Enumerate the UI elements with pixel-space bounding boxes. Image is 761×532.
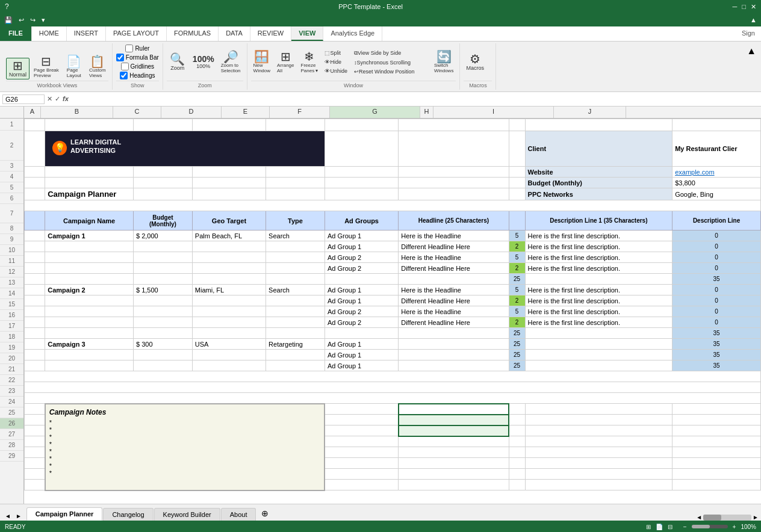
row-17[interactable]: 17: [0, 321, 23, 332]
client-value[interactable]: My Restaurant Clier: [672, 131, 761, 167]
confirm-icon[interactable]: ✓: [55, 95, 60, 103]
h-scroll-thumb[interactable]: [703, 515, 721, 521]
zoom-selection-btn[interactable]: 🔎 Zoom toSelection: [219, 49, 243, 75]
row-16[interactable]: 16: [0, 310, 23, 321]
c1r4-dcount[interactable]: 0: [672, 263, 761, 274]
tab-scroll-left[interactable]: ◄: [2, 512, 13, 521]
zoom-100-btn[interactable]: 100% 100%: [190, 54, 217, 70]
tab-view[interactable]: VIEW: [291, 26, 323, 41]
cell-g5[interactable]: [399, 188, 509, 200]
zoom-minus[interactable]: −: [683, 524, 687, 530]
cell-b4[interactable]: [45, 178, 134, 188]
budget-value[interactable]: $3,800: [672, 178, 761, 188]
headings-checkbox[interactable]: Headings: [120, 72, 155, 79]
cell-b1[interactable]: [45, 119, 134, 131]
cell-a2[interactable]: [25, 131, 45, 167]
unhide-btn[interactable]: 👁 Unhide: [322, 67, 350, 75]
cell-c5[interactable]: [133, 188, 192, 200]
row-10[interactable]: 10: [0, 245, 23, 256]
c2r1-desc[interactable]: Here is the first line description.: [525, 285, 672, 295]
cell-e3[interactable]: [266, 167, 325, 178]
row-3[interactable]: 3: [0, 161, 23, 172]
hide-btn[interactable]: 👁 Hide: [322, 58, 350, 66]
row-28[interactable]: 28: [0, 440, 23, 451]
c2r3-desc[interactable]: Here is the first line description.: [525, 306, 672, 317]
row-6[interactable]: 6: [0, 193, 23, 204]
c2r1-adgroup[interactable]: Ad Group 1: [325, 285, 398, 295]
campaign-notes-area[interactable]: Campaign Notes * * * * * * * *: [45, 404, 325, 490]
c1r2-hcount[interactable]: 2: [509, 241, 525, 252]
row-11[interactable]: 11: [0, 256, 23, 267]
row-19[interactable]: 19: [0, 342, 23, 353]
custom-views-btn[interactable]: 📋 CustomViews: [87, 54, 108, 79]
row-12[interactable]: 12: [0, 267, 23, 277]
c1-total-d[interactable]: 35: [672, 274, 761, 285]
campaign2-name[interactable]: Campaign 2: [45, 285, 134, 295]
cell-f3[interactable]: [325, 167, 398, 178]
customize-quick-access[interactable]: ▾: [40, 16, 47, 24]
cell-f1[interactable]: [325, 119, 398, 131]
h-scroll-track[interactable]: [703, 515, 751, 521]
cell-j1[interactable]: [672, 119, 761, 131]
help-btn[interactable]: ?: [5, 2, 9, 11]
cell-g1[interactable]: [399, 119, 509, 131]
campaign1-row1-dcount[interactable]: 0: [672, 230, 761, 241]
redo-btn[interactable]: ↪: [28, 16, 37, 24]
c3r1-hcount[interactable]: 25: [509, 339, 525, 350]
ribbon-expand-btn[interactable]: ▲: [744, 43, 759, 90]
cell-e1[interactable]: [266, 119, 325, 131]
cell-f4[interactable]: [325, 178, 398, 188]
selected-cell-g26[interactable]: [399, 425, 509, 436]
ribbon-collapse[interactable]: ▲: [748, 16, 759, 23]
cell-h3[interactable]: [509, 167, 525, 178]
row-26[interactable]: 26: [0, 418, 23, 429]
cell-d5[interactable]: [192, 188, 266, 200]
c2r1-hcount[interactable]: 5: [509, 285, 525, 295]
arrange-all-btn[interactable]: ⊞ ArrangeAll: [275, 49, 296, 75]
row-13[interactable]: 13: [0, 277, 23, 288]
row-20[interactable]: 20: [0, 353, 23, 364]
c1r2-adgroup[interactable]: Ad Group 1: [325, 241, 398, 252]
col-e[interactable]: E: [222, 107, 270, 118]
row-21[interactable]: 21: [0, 364, 23, 375]
row-23[interactable]: 23: [0, 386, 23, 397]
c3r1-dcount[interactable]: 35: [672, 339, 761, 350]
maximize-btn[interactable]: □: [742, 3, 746, 11]
campaign1-budget[interactable]: $ 2,000: [133, 230, 192, 241]
c2r1-dcount[interactable]: 0: [672, 285, 761, 295]
campaign2-budget[interactable]: $ 1,500: [133, 285, 192, 295]
cell-g2[interactable]: [399, 131, 509, 167]
c3r3-dcount[interactable]: 35: [672, 360, 761, 371]
view-break-btn[interactable]: ⊟: [668, 524, 672, 530]
cell-a1[interactable]: [25, 119, 45, 131]
row-4[interactable]: 4: [0, 172, 23, 182]
c3r3-adgroup[interactable]: Ad Group 1: [325, 360, 398, 371]
tab-formulas[interactable]: FORMULAS: [167, 26, 219, 41]
cell-h5[interactable]: [509, 188, 525, 200]
new-window-btn[interactable]: 🪟 NewWindow: [251, 49, 273, 75]
cell-d4[interactable]: [192, 178, 266, 188]
c2r2-desc[interactable]: Here is the first line description.: [525, 295, 672, 306]
campaign1-type[interactable]: Search: [266, 230, 325, 241]
networks-value[interactable]: Google, Bing: [672, 188, 761, 200]
tab-campaign-planner[interactable]: Campaign Planner: [26, 507, 103, 521]
campaign3-budget[interactable]: $ 300: [133, 339, 192, 350]
row-6-empty[interactable]: [25, 200, 761, 211]
c1r4-hcount[interactable]: 2: [509, 263, 525, 274]
c1r2-dcount[interactable]: 0: [672, 241, 761, 252]
tab-analytics-edge[interactable]: Analytics Edge: [323, 26, 382, 41]
view-normal-btn[interactable]: ⊞: [646, 524, 651, 530]
tab-data[interactable]: DATA: [219, 26, 250, 41]
cell-c3[interactable]: [133, 167, 192, 178]
col-f[interactable]: F: [270, 107, 330, 118]
col-g[interactable]: G: [330, 107, 420, 118]
c2r3-dcount[interactable]: 0: [672, 306, 761, 317]
c2r4-dcount[interactable]: 0: [672, 317, 761, 328]
add-sheet-btn[interactable]: ⊕: [256, 506, 273, 521]
cancel-icon[interactable]: ✕: [47, 95, 52, 103]
row-29[interactable]: 29: [0, 451, 23, 462]
cell-f2[interactable]: [325, 131, 398, 167]
cell-c4[interactable]: [133, 178, 192, 188]
c1r3-headline[interactable]: Here is the Headline: [399, 252, 509, 263]
cell-c1[interactable]: [133, 119, 192, 131]
